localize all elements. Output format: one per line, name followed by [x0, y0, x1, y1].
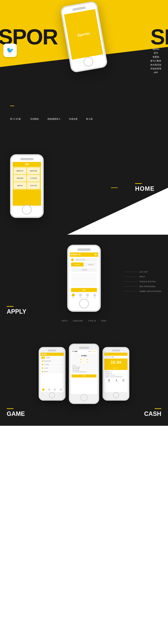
nav-type[interactable]: 录入: [86, 294, 89, 298]
feature-4: 签入场: [86, 117, 93, 121]
apply-label: APPLY: [7, 306, 26, 315]
annotation-line-2: [124, 277, 138, 277]
p1-dot-3: [42, 368, 43, 369]
p1-nav-1[interactable]: [42, 388, 45, 391]
p1-header-text: 我的活动: [41, 353, 47, 355]
annotation-text-3: TOGGLE BUTTON: [139, 281, 156, 282]
nav-label-cash: CASH: [101, 320, 106, 322]
apply-screen-body: 请输入手机号码 添加学生 添加家长 + 添加添加 提交: [70, 257, 98, 293]
hero-section: SPOR SI Sportsi 🐦 Sportsi 是为 有爱搞 参与人数多 的…: [0, 0, 168, 97]
home-label-text: HOME: [135, 185, 154, 192]
home-screen-header: 活动: [13, 162, 41, 166]
feature-2: 游戏成绩录入: [47, 117, 60, 121]
game-label-line: [7, 408, 14, 409]
hero-desc-text5: 的大型活动: [150, 63, 161, 67]
p2-player-title: 参与规则: [81, 355, 87, 357]
apply-add-btn[interactable]: + 添加添加: [71, 268, 97, 272]
phones-row: 我的活动 全部 活动赛 可以参加的活动 小小运动员: [39, 344, 129, 404]
home-phone-screen: 活动 趣跑嘉年华 趣味球乐趣 零核球赛季 乒乓竞争赛 趣跑飞机 活动文字赛: [13, 162, 41, 206]
p1-dot-2: [42, 364, 43, 365]
hero-phone-logo: Sportsi: [77, 31, 90, 38]
p1-list-item-4[interactable]: 运动时代: [41, 370, 63, 373]
home-card-6: 活动文字赛: [27, 182, 40, 189]
home-label-line: [135, 183, 142, 184]
game-label: GAME: [7, 408, 25, 418]
p1-nav-3[interactable]: [54, 388, 56, 391]
player-dot-3: [80, 362, 81, 362]
features-yellow-line: [10, 106, 14, 106]
player-dot-2: [87, 359, 88, 360]
apply-tab-student[interactable]: 添加学生: [71, 262, 84, 266]
home-card-3: 零核球赛季: [14, 175, 26, 182]
p1-nav-2[interactable]: [48, 388, 50, 391]
p1-dot-1: [42, 360, 43, 362]
annotation-line-3: [124, 282, 138, 282]
home-card-2: 趣味球乐趣: [27, 168, 40, 174]
hero-desc-line: [153, 45, 158, 46]
p3-date: 2016-06-06 成绩: [104, 356, 128, 358]
nav-cash[interactable]: 兑奖: [93, 294, 96, 298]
phone-game-2-screen: 个人页面 参与赛 报名赛 参与规则: [71, 350, 97, 394]
p1-list-item-1[interactable]: 可以参加的活动: [41, 360, 63, 362]
features-label: 四 大 功 能: [10, 117, 24, 121]
p2-tab-2[interactable]: 报名赛: [93, 351, 96, 352]
nav-check-label: 签到: [79, 297, 81, 298]
p3-score-left: 10: [111, 360, 115, 364]
apply-content-area: [71, 273, 97, 287]
apply-annotations: LOG OUT INPUT TOGGLE BUTTON ADD PERSONNE…: [124, 271, 161, 292]
p1-body: 全部 活动赛 可以参加的活动 小小运动员 一起运动: [40, 356, 64, 374]
p1-list-item-3[interactable]: 一起运动: [41, 366, 63, 370]
p3-score-right: 04: [117, 360, 121, 364]
p3-stat-3: 72 得分: [122, 379, 124, 383]
features-label-text: 四 大 功 能: [10, 118, 21, 120]
apply-logout-btn[interactable]: 退出: [94, 254, 98, 256]
annotation-input: INPUT: [124, 276, 161, 278]
apply-tab-parent[interactable]: 添加家长: [84, 262, 97, 266]
p1-nav-4[interactable]: [60, 388, 62, 391]
hero-sport-right: SI: [150, 26, 168, 48]
annotation-line-4: [124, 286, 138, 287]
p1-list-item-2[interactable]: 小小运动员: [41, 363, 63, 366]
apply-tabs: 添加学生 添加家长: [71, 262, 97, 266]
phone-cash-3: 进账 2016-06-06 成绩 10 04 总成绩: 14° 报名成功: 1: [103, 347, 129, 400]
nav-apply-icon: [72, 294, 75, 296]
apply-input-field[interactable]: 请输入手机号码: [75, 258, 97, 262]
annotation-text-2: INPUT: [139, 276, 145, 278]
apply-submit-btn[interactable]: 提交: [71, 288, 97, 292]
home-yellow-line: [111, 188, 118, 188]
home-screen-cards: 趣跑嘉年华 趣味球乐趣 零核球赛季 乒乓竞争赛 趣跑飞机 活动文字赛: [13, 166, 41, 190]
annotation-line-5: [124, 291, 138, 292]
hero-desc-text2: 是为: [150, 51, 161, 55]
hero-desc-text3: 有爱搞: [150, 55, 161, 59]
p3-bottom-row: 10 总成绩 8 胜场 72 得分: [104, 378, 128, 383]
nav-check[interactable]: 签到: [79, 294, 82, 298]
p3-stat-1: 10 总成绩: [108, 379, 111, 383]
player-dot-1: [80, 359, 81, 360]
cash-label-text: CASH: [144, 410, 161, 418]
nav-type-label: 录入: [87, 297, 89, 298]
p1-tab-2[interactable]: 活动赛: [46, 356, 50, 359]
phone-game-1: 我的活动 全部 活动赛 可以参加的活动 小小运动员: [39, 347, 65, 400]
p3-score-num-2: 04: [117, 360, 121, 364]
p3-header-text: 进账: [105, 353, 108, 355]
nav-apply-label: 报名: [72, 297, 74, 298]
features-items: 活动报名 游戏成绩录入 完成兑奖 签入场: [30, 117, 93, 121]
feature-3: 完成兑奖: [69, 117, 78, 121]
court-line-v: [84, 358, 84, 364]
phone-cash-3-screen: 进账 2016-06-06 成绩 10 04 总成绩: 14° 报名成功: 1: [104, 353, 128, 392]
home-section: 活动 趣跑嘉年华 趣味球乐趣 零核球赛季 乒乓竞争赛 趣跑飞机 活动文字赛 HO…: [0, 141, 168, 235]
nav-check-icon: [79, 294, 82, 296]
p3-score-divider: [116, 360, 116, 365]
p3-score-label: 总成绩: 14°: [113, 368, 119, 369]
p2-tab-1[interactable]: 参与赛: [88, 351, 92, 352]
p3-score-label-area: 总成绩: 14°: [104, 366, 128, 370]
hero-desc-text4: 参与人数多: [150, 59, 161, 63]
cash-label: CASH: [144, 408, 161, 418]
features-section: 四 大 功 能 活动报名 游戏成绩录入 完成兑奖 签入场: [0, 97, 168, 141]
p1-tab-1[interactable]: 全部: [41, 356, 45, 359]
nav-apply[interactable]: 报名: [72, 294, 75, 298]
p2-select-btn[interactable]: 选择: [71, 374, 97, 378]
hero-description: Sportsi 是为 有爱搞 参与人数多 的大型活动 开发的管理 APP: [150, 45, 161, 74]
annotation-text-1: LOG OUT: [139, 271, 148, 273]
nav-label-typein: TYPE IN: [88, 320, 96, 322]
